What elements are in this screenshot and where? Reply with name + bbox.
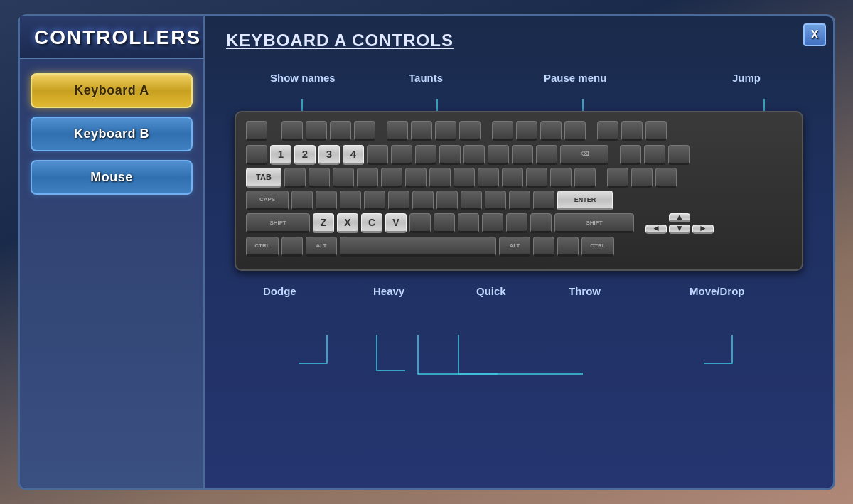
key-5 <box>367 145 388 165</box>
labels-top: Show names Taunts Pause menu Jump <box>235 65 803 107</box>
keyboard: 1 2 3 4 ⌫ <box>235 111 803 271</box>
key-f6 <box>411 121 432 141</box>
nav-btn-mouse[interactable]: Mouse <box>31 160 193 195</box>
nav-btn-keyboard-a[interactable]: Keyboard A <box>31 73 193 108</box>
key-t <box>381 168 402 188</box>
key-f1 <box>281 121 303 141</box>
caps-key-row: CAPS ENTER <box>246 191 792 210</box>
key-0 <box>488 145 509 165</box>
key-backslash <box>574 168 596 188</box>
label-taunts: Taunts <box>409 72 443 84</box>
label-pause-menu: Pause menu <box>544 72 606 84</box>
key-minus <box>512 145 533 165</box>
label-jump: Jump <box>732 72 761 84</box>
key-p <box>502 168 523 188</box>
key-menu <box>557 237 579 257</box>
key-quote <box>533 191 554 210</box>
key-f2 <box>306 121 327 141</box>
key-equals <box>536 145 557 165</box>
key-rctrl: CTRL <box>581 237 614 257</box>
key-b <box>409 213 431 233</box>
key-lctrl: CTRL <box>246 237 279 257</box>
key-lwin <box>281 237 303 257</box>
key-k <box>461 191 482 210</box>
key-j <box>436 191 458 210</box>
key-q <box>284 168 306 188</box>
key-f <box>364 191 385 210</box>
key-m <box>458 213 479 233</box>
key-prtsc <box>597 121 618 141</box>
key-d <box>340 191 361 210</box>
key-rbracket <box>550 168 572 188</box>
key-down: ▼ <box>669 225 690 234</box>
key-c: C <box>361 213 382 233</box>
key-left: ◄ <box>645 225 667 234</box>
key-f8 <box>459 121 481 141</box>
ctrl-key-row: CTRL ALT ALT CTRL <box>246 237 792 257</box>
key-7 <box>415 145 436 165</box>
key-rwin <box>533 237 554 257</box>
key-lbracket <box>526 168 547 188</box>
key-f11 <box>540 121 562 141</box>
key-ins <box>620 145 641 165</box>
label-throw: Throw <box>569 285 601 297</box>
key-i <box>454 168 475 188</box>
labels-container: Show names Taunts Pause menu Jump <box>235 65 803 317</box>
key-w <box>309 168 330 188</box>
sidebar-buttons: Keyboard A Keyboard B Mouse <box>20 59 203 209</box>
key-f4 <box>354 121 375 141</box>
key-esc <box>246 121 267 141</box>
label-quick: Quick <box>476 285 506 297</box>
key-f3 <box>330 121 351 141</box>
key-g <box>388 191 409 210</box>
key-caps: CAPS <box>246 191 289 210</box>
key-slash <box>530 213 552 233</box>
key-f10 <box>516 121 537 141</box>
key-r <box>357 168 378 188</box>
key-1: 1 <box>270 145 291 165</box>
label-show-names: Show names <box>270 72 336 84</box>
key-x: X <box>337 213 358 233</box>
key-a <box>291 191 313 210</box>
shift-key-row: SHIFT Z X C V SHIFT ▲ ◄ <box>246 213 792 234</box>
content-area: KEYBOARD A CONTROLS <box>205 16 833 488</box>
key-f9 <box>492 121 513 141</box>
label-dodge: Dodge <box>263 285 296 297</box>
key-lalt: ALT <box>306 237 337 257</box>
key-n <box>434 213 455 233</box>
key-l <box>485 191 506 210</box>
key-rshift: SHIFT <box>554 213 634 233</box>
key-8 <box>439 145 461 165</box>
key-space <box>340 237 496 257</box>
sidebar-header: CONTROLLERS <box>20 16 203 59</box>
key-pgdn <box>655 168 677 188</box>
key-3: 3 <box>318 145 340 165</box>
key-4: 4 <box>343 145 364 165</box>
key-up: ▲ <box>669 213 690 222</box>
key-ralt: ALT <box>499 237 530 257</box>
key-f7 <box>435 121 456 141</box>
key-backtick <box>246 145 267 165</box>
key-tab: TAB <box>246 168 281 188</box>
key-semicolon <box>509 191 530 210</box>
key-lshift: SHIFT <box>246 213 310 233</box>
nav-btn-keyboard-b[interactable]: Keyboard B <box>31 117 193 151</box>
key-s <box>316 191 337 210</box>
sidebar: CONTROLLERS Keyboard A Keyboard B Mouse <box>20 16 205 488</box>
key-enter: ENTER <box>557 191 613 210</box>
key-e <box>333 168 354 188</box>
main-panel: CONTROLLERS Keyboard A Keyboard B Mouse … <box>18 14 835 490</box>
key-right: ► <box>692 225 714 234</box>
key-6 <box>391 145 412 165</box>
key-f12 <box>564 121 586 141</box>
key-pgup <box>668 145 690 165</box>
fn-key-row <box>246 121 792 141</box>
label-heavy: Heavy <box>373 285 404 297</box>
key-del <box>607 168 628 188</box>
sidebar-title: CONTROLLERS <box>34 26 189 49</box>
key-comma <box>482 213 503 233</box>
content-title: KEYBOARD A CONTROLS <box>226 31 454 50</box>
key-v: V <box>385 213 407 233</box>
key-z: Z <box>313 213 334 233</box>
key-y <box>405 168 426 188</box>
